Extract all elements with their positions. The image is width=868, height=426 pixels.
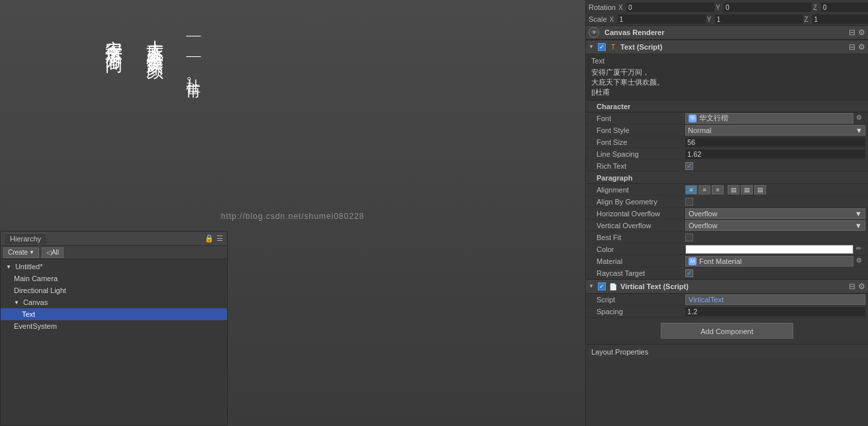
virtical-text-title: Virtical Text (Script) <box>620 282 846 290</box>
hierarchy-list: ▼ Untitled* Main Camera Directional Ligh… <box>1 259 227 333</box>
scale-y-label: Y <box>707 16 714 23</box>
hierarchy-item-eventsystem[interactable]: EventSystem <box>1 320 227 332</box>
alignment-buttons: ≡ ≡ ≡ ▤ ▤ ▤ <box>685 185 865 194</box>
align-right-mid[interactable]: ▤ <box>754 185 766 194</box>
watermark: http://blog.csdn.net/shumei080228 <box>221 212 364 221</box>
best-fit-label: Best Fit <box>597 234 683 241</box>
align-by-geometry-checkbox[interactable] <box>685 198 693 206</box>
script-field[interactable]: VirticalText <box>685 294 865 305</box>
font-field[interactable]: 华 华文行楷 <box>685 113 853 124</box>
vertical-overflow-label: Vertical Overflow <box>597 222 683 230</box>
scale-y-field: Y <box>707 15 803 24</box>
script-row: Script VirticalText <box>586 294 868 306</box>
align-center-top[interactable]: ≡ <box>699 185 710 194</box>
hierarchy-item-canvas[interactable]: ▼ Canvas <box>1 296 227 308</box>
material-row: Material M Font Material ⚙ <box>586 255 868 267</box>
layout-properties-header: Layout Properties <box>586 344 868 359</box>
best-fit-checkbox[interactable] <box>685 234 693 241</box>
line-spacing-input[interactable] <box>685 149 865 159</box>
horizontal-overflow-label: Horizontal Overflow <box>597 210 683 218</box>
text-script-settings-icon[interactable]: ⚙ <box>858 42 865 52</box>
rotation-z-field: Z <box>813 3 868 12</box>
font-style-value: Normal <box>688 126 711 134</box>
spacing-input[interactable] <box>685 307 865 316</box>
vertical-overflow-value: Overflow <box>689 222 717 230</box>
align-left-mid[interactable]: ▤ <box>728 185 740 194</box>
align-center-mid[interactable]: ▤ <box>741 185 753 194</box>
scale-z-field: Z <box>804 15 868 24</box>
scale-xyz: X Y Z <box>610 15 868 24</box>
hierarchy-item-main-camera[interactable]: Main Camera <box>1 273 227 284</box>
canvas-renderer-page-icon[interactable]: ⊟ <box>849 28 855 37</box>
virtical-text-page-icon[interactable]: ⊟ <box>849 282 855 291</box>
virtical-text-settings-icon[interactable]: ⚙ <box>858 282 865 291</box>
text-script-enable[interactable]: ✓ <box>598 43 606 51</box>
align-right-top[interactable]: ≡ <box>712 185 724 194</box>
all-button[interactable]: ◁All <box>42 247 64 258</box>
create-button[interactable]: Create ▼ <box>3 247 39 258</box>
add-component-button[interactable]: Add Component <box>661 323 793 339</box>
menu-icon[interactable]: ☰ <box>217 234 223 243</box>
hierarchy-root[interactable]: ▼ Untitled* <box>1 261 227 273</box>
font-style-arrow: ▼ <box>855 126 863 134</box>
scale-z-input[interactable] <box>812 15 868 24</box>
text-preview: Text 安得广厦千万间， 大庇天下寒士俱欢颜。 ||杜甫 <box>586 54 868 101</box>
font-style-row: Font Style Normal ▼ <box>586 124 868 136</box>
scale-z-label: Z <box>804 16 811 23</box>
virtical-text-enable[interactable]: ✓ <box>598 282 606 290</box>
rotation-x-field: X <box>618 3 714 12</box>
canvas-renderer-settings-icon[interactable]: ⚙ <box>858 28 865 37</box>
text-preview-line2: 大庇天下寒士俱欢颜。 <box>591 77 863 87</box>
rotation-y-input[interactable] <box>724 3 812 12</box>
vertical-overflow-arrow: ▼ <box>855 222 862 230</box>
color-picker[interactable] <box>685 245 853 254</box>
eye-icon[interactable]: 👁 <box>589 27 599 38</box>
chinese-vertical-text: 安得广厦千万间， <box>99 26 127 94</box>
raycast-target-checkbox[interactable]: ✓ <box>685 269 693 277</box>
rich-text-checkbox[interactable]: ✓ <box>685 162 693 170</box>
character-label: Character <box>597 103 630 110</box>
hierarchy-tab[interactable]: Hierarchy <box>5 233 46 244</box>
virtical-text-expand[interactable]: ▼ <box>589 283 595 290</box>
horizontal-overflow-dropdown[interactable]: Overflow ▼ <box>685 208 865 219</box>
align-by-geometry-label: Align By Geometry <box>597 198 683 206</box>
hierarchy-item-text[interactable]: Text <box>1 308 227 320</box>
script-label: Script <box>597 296 683 304</box>
rotation-y-label: Y <box>716 4 722 11</box>
font-style-dropdown[interactable]: Normal ▼ <box>685 125 865 136</box>
horizontal-overflow-value: Overflow <box>689 210 717 218</box>
text-preview-line1: 安得广厦千万间， <box>591 67 863 77</box>
virtical-text-icon: 📄 <box>608 282 618 291</box>
spacing-label: Spacing <box>597 308 683 316</box>
line-spacing-label: Line Spacing <box>597 150 683 158</box>
scale-y-input[interactable] <box>715 15 803 24</box>
font-size-input[interactable] <box>685 138 865 147</box>
line-spacing-row: Line Spacing <box>586 148 868 160</box>
material-field[interactable]: M Font Material <box>685 256 853 267</box>
inspector-panel: Rotation X Y Z Scale X Y <box>585 0 868 426</box>
raycast-target-label: Raycast Target <box>597 269 683 277</box>
text-script-buttons: ⊟ ⚙ <box>849 42 865 52</box>
font-label: Font <box>597 114 683 122</box>
text-script-title: Text (Script) <box>620 43 846 51</box>
rotation-x-input[interactable] <box>626 3 714 12</box>
hierarchy-panel: Hierarchy 🔒 ☰ Create ▼ ◁All ▼ Untitled* … <box>0 231 228 426</box>
rotation-z-input[interactable] <box>821 3 868 12</box>
font-size-row: Font Size <box>586 136 868 148</box>
script-value: VirticalText <box>689 296 724 304</box>
scale-label: Scale <box>589 15 607 23</box>
alignment-label: Alignment <box>597 186 683 194</box>
scale-x-input[interactable] <box>618 15 706 24</box>
lock-icon[interactable]: 🔒 <box>205 234 214 243</box>
align-left-top[interactable]: ≡ <box>685 185 697 194</box>
chinese-vertical-text-3: ——杜甫。 <box>181 26 205 94</box>
hierarchy-item-directional-light[interactable]: Directional Light <box>1 284 227 296</box>
vertical-overflow-row: Vertical Overflow Overflow ▼ <box>586 220 868 232</box>
material-settings-btn[interactable]: ⚙ <box>856 257 865 266</box>
text-script-expand[interactable]: ▼ <box>589 44 595 50</box>
color-edit-icon[interactable]: ✏ <box>856 245 865 254</box>
vertical-overflow-dropdown[interactable]: Overflow ▼ <box>685 220 865 231</box>
text-script-page-icon[interactable]: ⊟ <box>849 42 855 52</box>
scale-x-label: X <box>610 16 616 23</box>
font-settings-btn[interactable]: ⚙ <box>856 114 865 123</box>
